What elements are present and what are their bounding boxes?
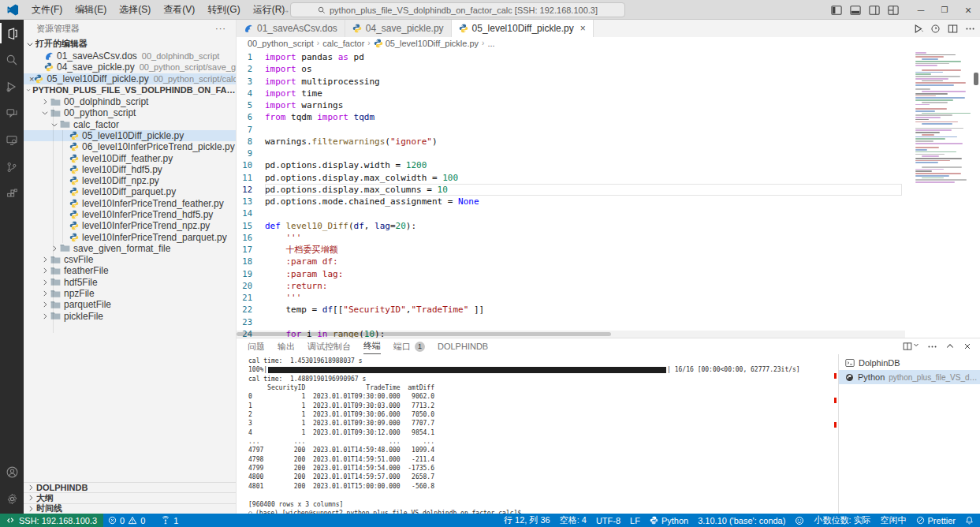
- nav-forward-icon[interactable]: →: [280, 4, 290, 16]
- minimize-button[interactable]: ─: [909, 0, 933, 20]
- toggle-sidebar-icon[interactable]: [829, 0, 844, 20]
- open-editor-item[interactable]: 04_save_pickle.py00_python_script/save_g…: [24, 62, 236, 73]
- code-line-12[interactable]: 12pd.options.display.max_columns = 10: [237, 184, 905, 196]
- status-bell[interactable]: [960, 514, 978, 527]
- menu-选择[interactable]: 选择(S): [113, 0, 157, 20]
- tree-file-level10Diff_feather.py[interactable]: level10Diff_feather.py: [24, 152, 236, 163]
- close-icon[interactable]: [963, 342, 972, 351]
- maximize-button[interactable]: ❐: [933, 0, 956, 20]
- tree-file-05_level10Diff_pickle.py[interactable]: 05_level10Diff_pickle.py: [24, 130, 236, 141]
- activitybar-account-icon[interactable]: [0, 458, 24, 485]
- split-terminal-icon[interactable]: [903, 342, 919, 351]
- code-line-10[interactable]: 10pd.options.display.width = 1200: [237, 159, 905, 171]
- open-editor-item[interactable]: 01_saveAsCsv.dos00_dolphindb_script: [24, 50, 236, 62]
- breadcrumb[interactable]: 00_python_script›calc_factor›05_level10D…: [237, 37, 980, 49]
- menu-查看[interactable]: 查看(V): [157, 0, 201, 20]
- tree-file-level10InferPriceTrend_feather.py[interactable]: level10InferPriceTrend_feather.py: [24, 198, 236, 209]
- sidebar-section-大纲[interactable]: 大纲: [24, 492, 236, 503]
- status-utf-8[interactable]: UTF-8: [591, 514, 625, 527]
- terminal-output[interactable]: cal time: 1.453019618988037 s100%|| 16/1…: [237, 354, 838, 514]
- tree-folder-hdf5File[interactable]: hdf5File: [24, 277, 236, 288]
- code-line-1[interactable]: 1import pandas as pd: [237, 51, 905, 63]
- tree-file-06_level10InferPriceTrend_pickle.py[interactable]: 06_level10InferPriceTrend_pickle.py: [24, 141, 236, 152]
- menu-转到[interactable]: 转到(G): [201, 0, 246, 20]
- menu-文件[interactable]: 文件(F): [25, 0, 69, 20]
- activitybar-source-control-icon[interactable]: [0, 154, 24, 181]
- status-3-10-10-base-conda-[interactable]: 3.10.10 ('base': conda): [693, 514, 790, 527]
- nav-back-icon[interactable]: ←: [262, 4, 272, 16]
- code-line-15[interactable]: 15def level10_Diff(df, lag=20):: [237, 220, 905, 232]
- activitybar-explorer-icon[interactable]: [0, 20, 24, 47]
- editor-tab-01_saveAsCsv.dos[interactable]: 01_saveAsCsv.dos: [237, 20, 345, 37]
- tree-folder-save_given_format_file[interactable]: save_given_format_file: [24, 243, 236, 254]
- tree-folder-csvFile[interactable]: csvFile: [24, 254, 236, 265]
- explorer-more-button[interactable]: ···: [215, 24, 226, 33]
- status-空格-4[interactable]: 空格: 4: [555, 514, 591, 527]
- activitybar-remote-explorer-icon[interactable]: [0, 127, 24, 154]
- code-line-4[interactable]: 4import time: [237, 88, 905, 99]
- code-line-5[interactable]: 5import warnings: [237, 99, 905, 111]
- menu-编辑[interactable]: 编辑(E): [69, 0, 113, 20]
- panel-tab-输出[interactable]: 输出: [278, 338, 295, 354]
- run-icon[interactable]: [913, 24, 923, 34]
- code-line-6[interactable]: 6from tqdm import tqdm: [237, 111, 905, 123]
- activitybar-settings-icon[interactable]: [0, 485, 24, 512]
- sync-icon[interactable]: [930, 24, 941, 34]
- code-line-21[interactable]: 21 ''': [237, 292, 905, 304]
- editor-tab-05_level10Diff_pickle.py[interactable]: 05_level10Diff_pickle.py×: [452, 20, 594, 37]
- code-editor[interactable]: 1import pandas as pd2import os3import mu…: [237, 49, 980, 338]
- workspace-header[interactable]: PYTHON_PLUS_FILE_VS_DOLPHINDB_ON_FACTOR_…: [24, 84, 236, 96]
- status-smiley[interactable]: [790, 514, 809, 527]
- code-line-11[interactable]: 11pd.options.display.max_colwidth = 100: [237, 172, 905, 184]
- activitybar-chat-icon[interactable]: [0, 100, 24, 127]
- code-line-3[interactable]: 3import multiprocessing: [237, 76, 905, 88]
- panel-tab-DOLPHINDB[interactable]: DOLPHINDB: [438, 338, 488, 354]
- breadcrumb-item[interactable]: calc_factor: [322, 39, 364, 48]
- status-行-12-列-36[interactable]: 行 12, 列 36: [499, 514, 555, 527]
- code-line-20[interactable]: 20 :return:: [237, 280, 905, 292]
- code-line-7[interactable]: 7: [237, 124, 905, 136]
- toggle-panel-icon[interactable]: [848, 0, 863, 20]
- tree-file-level10Diff_hdf5.py[interactable]: level10Diff_hdf5.py: [24, 164, 236, 175]
- breadcrumb-item[interactable]: ...: [487, 39, 494, 48]
- code-line-2[interactable]: 2import os: [237, 63, 905, 75]
- ports-indicator[interactable]: 1: [156, 514, 183, 527]
- tree-file-level10Diff_npz.py[interactable]: level10Diff_npz.py: [24, 175, 236, 186]
- panel-tab-终端[interactable]: 终端: [363, 338, 381, 354]
- status-python[interactable]: Python: [645, 514, 693, 527]
- code-line-16[interactable]: 16 ''': [237, 232, 905, 244]
- sidebar-section-时间线[interactable]: 时间线: [24, 503, 236, 514]
- sidebar-section-DOLPHINDB[interactable]: DOLPHINDB: [24, 482, 236, 493]
- tree-file-level10InferPriceTrend_npz.py[interactable]: level10InferPriceTrend_npz.py: [24, 220, 236, 231]
- toggle-secondary-sidebar-icon[interactable]: [866, 0, 882, 20]
- activitybar-search-icon[interactable]: [0, 47, 24, 73]
- minimap[interactable]: [911, 49, 972, 338]
- code-line-9[interactable]: 9: [237, 148, 905, 159]
- status-空闲中[interactable]: 空闲中: [876, 514, 911, 527]
- terminal-list-item-DolphinDB[interactable]: DolphinDB: [839, 356, 980, 370]
- editor-tab-04_save_pickle.py[interactable]: 04_save_pickle.py: [345, 20, 452, 37]
- more-icon[interactable]: [927, 342, 937, 352]
- status-prettier[interactable]: Prettier: [911, 514, 960, 527]
- code-line-23[interactable]: 23: [237, 316, 905, 328]
- code-line-13[interactable]: 13pd.options.mode.chained_assignment = N…: [237, 196, 905, 207]
- tree-folder-featherFile[interactable]: featherFile: [24, 265, 236, 276]
- activitybar-extensions-icon[interactable]: [0, 181, 24, 207]
- activitybar-run-debug-icon[interactable]: [0, 73, 24, 100]
- editor-horizontal-scrollbar[interactable]: [237, 331, 905, 338]
- tree-folder-pickleFile[interactable]: pickleFile: [24, 311, 236, 322]
- panel-tab-端口[interactable]: 端口1: [393, 338, 425, 354]
- tree-folder-00_python_script[interactable]: 00_python_script: [24, 107, 236, 118]
- open-editors-header[interactable]: 打开的编辑器: [24, 37, 236, 50]
- tree-file-level10Diff_parquet.py[interactable]: level10Diff_parquet.py: [24, 186, 236, 197]
- breadcrumb-item[interactable]: 05_level10Diff_pickle.py: [374, 39, 479, 48]
- close-window-button[interactable]: ×: [956, 0, 980, 20]
- customize-layout-icon[interactable]: [885, 0, 901, 20]
- tree-folder-parquetFile[interactable]: parquetFile: [24, 299, 236, 310]
- close-tab-icon[interactable]: ×: [580, 23, 586, 34]
- tree-folder-npzFile[interactable]: npzFile: [24, 288, 236, 299]
- terminal-list-item-Python[interactable]: Pythonpython_plus_file_VS_dolphindb_on_f…: [839, 370, 980, 384]
- status-小数位数-实际[interactable]: 小数位数: 实际: [809, 514, 875, 527]
- code-line-19[interactable]: 19 :param lag:: [237, 268, 905, 280]
- more-icon[interactable]: [965, 24, 975, 34]
